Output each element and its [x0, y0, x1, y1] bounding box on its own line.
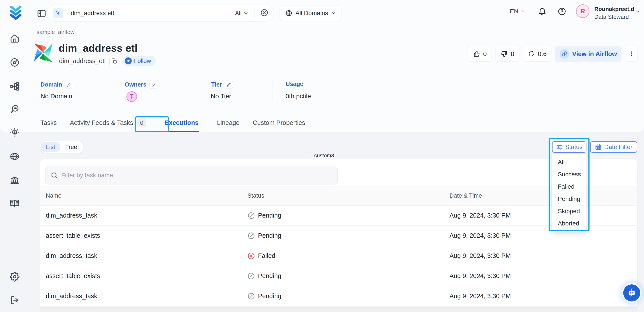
downvote-button[interactable]: 0 [496, 47, 519, 61]
task-status: Pending [242, 292, 444, 300]
task-filter-input[interactable] [61, 172, 332, 179]
pencil-icon [67, 83, 71, 87]
app-logo-icon[interactable] [10, 5, 22, 20]
edit-owners-button[interactable] [150, 81, 157, 89]
pending-icon [248, 232, 255, 239]
list-view-toggle[interactable]: List [41, 142, 60, 152]
task-datetime: Aug 9, 2024, 3:30 PM [444, 292, 637, 300]
more-options-button[interactable] [626, 47, 637, 61]
sliders-icon [556, 144, 562, 150]
edit-domain-button[interactable] [65, 81, 73, 89]
star-icon: ★ [125, 57, 132, 64]
tab-label: Activity Feeds & Tasks [70, 119, 133, 126]
entity-fqn: dim_address_etl [59, 57, 106, 65]
search-scope-dropdown[interactable]: All [235, 10, 248, 17]
task-name: assert_table_exists [40, 272, 242, 279]
tab-lineage[interactable]: Lineage [217, 119, 240, 127]
sidebar-item-governance[interactable] [10, 176, 20, 185]
execution-row[interactable]: assert_table_existsPendingAug 9, 2024, 3… [40, 226, 637, 246]
status-text: Failed [258, 252, 275, 259]
pipeline-details-page: dim_address etl All All Domains EN [0, 0, 644, 312]
entity-tabs: TasksActivity Feeds & Tasks0ExecutionsLi… [40, 117, 305, 129]
task-name: dim_address_task [40, 252, 242, 259]
tab-label: Lineage [217, 119, 240, 126]
usage-label: Usage [286, 81, 303, 87]
status-option-aborted[interactable]: Aborted [552, 217, 586, 230]
owner-avatar[interactable]: T [126, 91, 137, 102]
failed-icon [248, 252, 255, 260]
score-value: 0.6 [538, 50, 546, 58]
pending-icon [248, 212, 255, 219]
follow-button[interactable]: ★ Follow [122, 56, 156, 66]
viewport-cut-row [40, 306, 637, 312]
copy-icon [112, 58, 117, 64]
chevron-down-icon [243, 11, 248, 16]
column-header-name: Name [40, 192, 242, 199]
score-button[interactable]: 0.6 [524, 47, 551, 61]
divider [272, 81, 272, 101]
link-icon [560, 49, 569, 59]
status-text: Pending [258, 292, 281, 300]
execution-row[interactable]: assert_table_existsPendingAug 9, 2024, 3… [40, 266, 637, 286]
help-icon[interactable] [558, 7, 566, 17]
sidebar-item-insights[interactable] [10, 128, 20, 138]
notifications-bell-icon[interactable] [538, 7, 546, 17]
user-menu-chevron-icon[interactable] [635, 9, 641, 15]
sidebar-item-glossary[interactable] [10, 198, 20, 208]
copy-button[interactable] [110, 56, 119, 66]
calendar-icon [595, 144, 602, 150]
sidebar-item-explore[interactable] [10, 58, 20, 67]
status-filter-button[interactable]: Status [552, 141, 586, 153]
pending-icon [248, 292, 255, 300]
sidebar-item-settings[interactable] [10, 272, 20, 281]
ai-sparkle-icon [53, 8, 63, 19]
executions-tab-highlight-box [135, 116, 169, 132]
pencil-icon [152, 83, 156, 87]
global-search-bar[interactable]: dim_address etl All [47, 5, 274, 22]
execution-row[interactable]: dim_address_taskPendingAug 9, 2024, 3:30… [40, 286, 637, 306]
user-role: Data Steward [594, 14, 629, 20]
search-input[interactable]: dim_address etl [71, 10, 235, 17]
all-domains-button[interactable]: All Domains [280, 6, 341, 21]
user-name: Rounakpreet.d [594, 6, 634, 13]
status-option-failed[interactable]: Failed [552, 181, 586, 193]
upvote-button[interactable]: 0 [468, 47, 492, 61]
search-scope-value: All [235, 10, 242, 17]
chatbot-button[interactable] [623, 284, 640, 301]
language-selector[interactable]: EN [510, 8, 525, 15]
table-header: Name Status Date & Time [40, 186, 637, 206]
table-body: dim_address_taskPendingAug 9, 2024, 3:30… [40, 206, 637, 306]
sidebar-item-domains[interactable] [10, 152, 20, 161]
status-option-all[interactable]: All [552, 156, 586, 168]
breadcrumb[interactable]: sample_airflow [36, 29, 74, 36]
tab-label: Tasks [40, 119, 57, 126]
edit-tier-button[interactable] [225, 81, 233, 89]
usage-value: 0th pctile [286, 93, 311, 100]
status-option-success[interactable]: Success [552, 168, 586, 181]
custom3-annotation-text: custom3 [314, 152, 334, 159]
user-avatar[interactable]: R [576, 5, 590, 18]
sidebar-item-observability[interactable] [10, 104, 20, 114]
sidebar-item-lineage[interactable] [10, 82, 20, 91]
task-datetime: Aug 9, 2024, 3:30 PM [444, 232, 637, 239]
tab-tasks[interactable]: Tasks [40, 119, 57, 127]
status-option-pending[interactable]: Pending [552, 193, 586, 205]
logout-icon[interactable] [10, 295, 20, 305]
tab-custom-properties[interactable]: Custom Properties [253, 119, 305, 127]
status-option-skipped[interactable]: Skipped [552, 205, 586, 217]
status-text: Pending [258, 272, 281, 279]
downvote-count: 0 [511, 50, 514, 58]
sidebar-toggle-icon[interactable] [37, 9, 46, 19]
tree-view-toggle[interactable]: Tree [60, 142, 82, 152]
view-in-airflow-button[interactable]: View in Airflow [556, 47, 621, 61]
date-filter-button[interactable]: Date Filter [590, 141, 637, 153]
execution-row[interactable]: dim_address_taskFailedAug 9, 2024, 3:30 … [40, 246, 637, 266]
sidebar-item-home[interactable] [10, 34, 20, 43]
clear-search-icon[interactable] [260, 9, 268, 18]
task-name: dim_address_task [40, 212, 242, 219]
status-filter-dropdown: AllSuccessFailedPendingSkippedAborted [552, 154, 586, 232]
status-text: Pending [258, 232, 281, 239]
chevron-down-icon [520, 9, 525, 14]
execution-row[interactable]: dim_address_taskPendingAug 9, 2024, 3:30… [40, 206, 637, 226]
task-filter-field[interactable] [45, 166, 338, 185]
